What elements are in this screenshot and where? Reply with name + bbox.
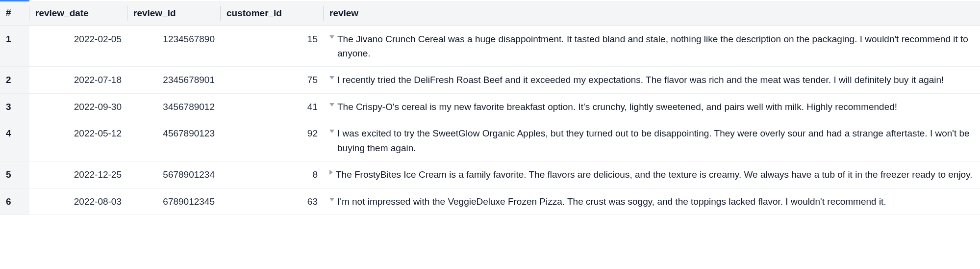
cell-review-id: 4567890123 (127, 120, 221, 161)
cell-review-date: 2022-12-25 (29, 161, 127, 188)
review-text: The FrostyBites Ice Cream is a family fa… (336, 167, 974, 182)
cell-review: I recently tried the DeliFresh Roast Bee… (324, 67, 980, 93)
column-header-review-id[interactable]: review_id (127, 1, 221, 26)
table-row[interactable]: 32022-09-30345678901241The Crispy-O's ce… (0, 93, 980, 120)
cell-review: The Jivano Crunch Cereal was a huge disa… (324, 26, 980, 67)
row-index: 5 (0, 161, 29, 188)
table-row[interactable]: 12022-02-05123456789015The Jivano Crunch… (0, 26, 980, 67)
reviews-table: # review_date review_id customer_id revi… (0, 0, 980, 215)
table-row[interactable]: 52022-12-2556789012348The FrostyBites Ic… (0, 161, 980, 188)
cell-customer-id: 15 (221, 26, 324, 67)
column-header-review-date[interactable]: review_date (29, 1, 127, 26)
cell-review-id: 2345678901 (127, 67, 221, 93)
table-row[interactable]: 62022-08-03678901234563I'm not impressed… (0, 188, 980, 215)
cell-review-date: 2022-08-03 (29, 188, 127, 215)
table-row[interactable]: 22022-07-18234567890175I recently tried … (0, 67, 980, 93)
column-header-index[interactable]: # (0, 1, 29, 26)
review-text: The Crispy-O's cereal is my new favorite… (337, 100, 974, 114)
chevron-down-icon[interactable] (329, 35, 334, 39)
column-header-review[interactable]: review (324, 1, 980, 26)
cell-review-id: 6789012345 (127, 188, 221, 215)
cell-review-date: 2022-05-12 (29, 120, 127, 161)
cell-customer-id: 63 (221, 188, 324, 215)
cell-review: I'm not impressed with the VeggieDeluxe … (324, 188, 980, 215)
review-text: I'm not impressed with the VeggieDeluxe … (337, 194, 974, 209)
cell-review-date: 2022-02-05 (29, 26, 127, 67)
cell-review-id: 1234567890 (127, 26, 221, 67)
row-index: 1 (0, 26, 29, 67)
table-header: # review_date review_id customer_id revi… (0, 1, 980, 26)
cell-review: I was excited to try the SweetGlow Organ… (324, 120, 980, 161)
row-index: 6 (0, 188, 29, 215)
cell-review-date: 2022-07-18 (29, 67, 127, 93)
cell-review-id: 3456789012 (127, 93, 221, 120)
row-index: 4 (0, 120, 29, 161)
chevron-down-icon[interactable] (329, 198, 334, 201)
table-row[interactable]: 42022-05-12456789012392I was excited to … (0, 120, 980, 161)
cell-review: The FrostyBites Ice Cream is a family fa… (324, 161, 980, 188)
cell-customer-id: 75 (221, 67, 324, 93)
table-body: 12022-02-05123456789015The Jivano Crunch… (0, 26, 980, 215)
review-text: I recently tried the DeliFresh Roast Bee… (337, 73, 974, 87)
chevron-down-icon[interactable] (329, 76, 334, 80)
row-index: 2 (0, 67, 29, 93)
chevron-down-icon[interactable] (329, 103, 334, 107)
column-header-customer-id[interactable]: customer_id (221, 1, 324, 26)
cell-review-date: 2022-09-30 (29, 93, 127, 120)
row-index: 3 (0, 93, 29, 120)
chevron-right-icon[interactable] (329, 170, 333, 175)
cell-review: The Crispy-O's cereal is my new favorite… (324, 93, 980, 120)
chevron-down-icon[interactable] (329, 130, 334, 133)
cell-customer-id: 92 (221, 120, 324, 161)
review-text: The Jivano Crunch Cereal was a huge disa… (337, 32, 974, 61)
cell-customer-id: 41 (221, 93, 324, 120)
cell-review-id: 5678901234 (127, 161, 221, 188)
cell-customer-id: 8 (221, 161, 324, 188)
review-text: I was excited to try the SweetGlow Organ… (337, 126, 974, 155)
